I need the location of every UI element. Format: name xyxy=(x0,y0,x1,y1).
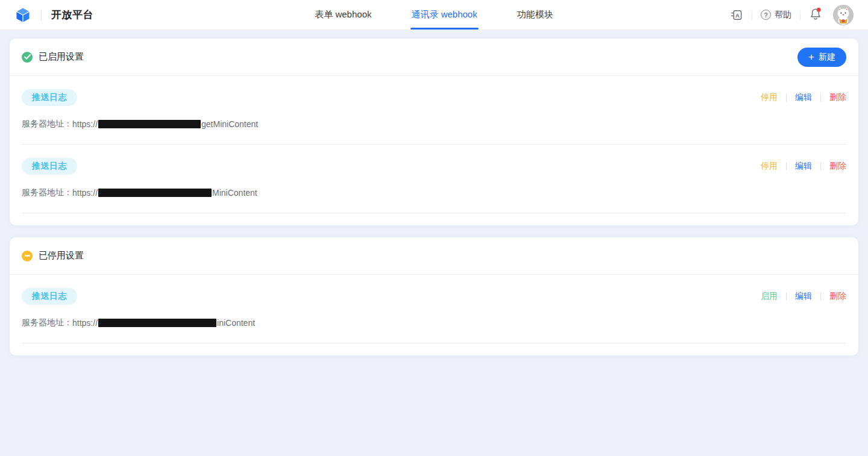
section-title-group: 已停用设置 xyxy=(22,250,84,261)
help-label: 帮助 xyxy=(775,10,791,20)
action-separator xyxy=(786,162,787,170)
action-separator xyxy=(820,292,821,301)
enabled-settings-header: 已启用设置 + 新建 xyxy=(10,39,858,76)
tab-function-modules[interactable]: 功能模块 xyxy=(516,0,555,30)
notification-bell-button[interactable] xyxy=(809,7,822,23)
item-divider xyxy=(22,343,846,343)
push-log-button[interactable]: 推送日志 xyxy=(22,288,77,305)
edit-link[interactable]: 编辑 xyxy=(795,92,812,103)
item-actions: 停用 编辑 删除 xyxy=(761,92,846,103)
page-title: 开放平台 xyxy=(51,8,93,22)
edit-link[interactable]: 编辑 xyxy=(795,291,812,302)
server-address-prefix: https:// xyxy=(72,119,98,129)
item-actions: 停用 编辑 删除 xyxy=(761,161,846,172)
redacted-url-segment xyxy=(98,189,212,197)
webhook-item: 推送日志 启用 编辑 删除 服务器地址： https:// iniContent xyxy=(10,275,858,343)
create-new-button[interactable]: + 新建 xyxy=(797,48,846,67)
header-right: A ? 帮助 xyxy=(730,5,854,25)
server-address-label: 服务器地址： xyxy=(22,119,72,130)
delete-link[interactable]: 删除 xyxy=(829,161,846,172)
server-address-label: 服务器地址： xyxy=(22,187,72,198)
disable-link[interactable]: 停用 xyxy=(761,92,778,103)
top-navigation-bar: 开放平台 表单 webhook 通讯录 webhook 功能模块 A ? 帮助 xyxy=(0,0,868,30)
question-mark-icon: ? xyxy=(761,10,771,20)
server-address-suffix: getMiniContent xyxy=(201,119,258,129)
header-left: 开放平台 xyxy=(14,7,93,23)
server-address-prefix: https:// xyxy=(72,188,98,198)
section-title: 已停用设置 xyxy=(39,250,84,261)
disable-link[interactable]: 停用 xyxy=(761,161,778,172)
cube-logo-icon xyxy=(14,7,31,23)
edit-link[interactable]: 编辑 xyxy=(795,161,812,172)
redacted-url-segment xyxy=(98,319,216,327)
server-address-suffix: MiniContent xyxy=(212,188,257,198)
help-button[interactable]: ? 帮助 xyxy=(761,10,791,20)
app-logo[interactable] xyxy=(14,7,31,23)
webhook-item-header: 推送日志 启用 编辑 删除 xyxy=(22,288,846,305)
server-address: 服务器地址： https:// MiniContent xyxy=(22,187,846,198)
bell-icon xyxy=(809,7,822,21)
minus-circle-icon xyxy=(22,251,33,261)
disabled-settings-card: 已停用设置 推送日志 启用 编辑 删除 服务器地址： https:// iniC… xyxy=(10,237,858,355)
unread-dot xyxy=(817,7,821,11)
user-avatar[interactable] xyxy=(833,5,854,25)
section-title-group: 已启用设置 xyxy=(22,51,84,63)
server-address-prefix: https:// xyxy=(72,318,98,328)
tab-form-webhook[interactable]: 表单 webhook xyxy=(313,0,373,30)
webhook-item: 推送日志 停用 编辑 删除 服务器地址： https:// getMiniCon… xyxy=(10,76,858,145)
action-separator xyxy=(820,162,821,170)
lucky-cat-avatar-image xyxy=(833,5,854,25)
server-address: 服务器地址： https:// iniContent xyxy=(22,317,846,328)
svg-text:A: A xyxy=(735,11,740,18)
server-address-label: 服务器地址： xyxy=(22,317,72,328)
webhook-item: 推送日志 停用 编辑 删除 服务器地址： https:// MiniConten… xyxy=(10,145,858,213)
content-area: 已启用设置 + 新建 推送日志 停用 编辑 删除 服务器地址： xyxy=(0,30,868,355)
action-separator xyxy=(786,93,787,102)
section-title: 已启用设置 xyxy=(39,51,84,63)
create-new-label: 新建 xyxy=(819,52,835,63)
push-log-button[interactable]: 推送日志 xyxy=(22,89,77,106)
push-log-button[interactable]: 推送日志 xyxy=(22,158,77,175)
plus-icon: + xyxy=(808,52,814,62)
delete-link[interactable]: 删除 xyxy=(829,291,846,302)
webhook-item-header: 推送日志 停用 编辑 删除 xyxy=(22,89,846,106)
server-address: 服务器地址： https:// getMiniContent xyxy=(22,119,846,130)
disabled-settings-header: 已停用设置 xyxy=(10,237,858,275)
check-circle-icon xyxy=(22,52,33,63)
action-separator xyxy=(786,292,787,301)
header-divider xyxy=(800,10,800,20)
header-divider xyxy=(752,10,752,20)
delete-link[interactable]: 删除 xyxy=(829,92,846,103)
item-actions: 启用 编辑 删除 xyxy=(761,291,846,302)
translate-language-icon[interactable]: A xyxy=(730,8,743,22)
enable-link[interactable]: 启用 xyxy=(761,291,778,302)
webhook-item-header: 推送日志 停用 编辑 删除 xyxy=(22,158,846,175)
header-divider xyxy=(41,10,42,20)
enabled-settings-card: 已启用设置 + 新建 推送日志 停用 编辑 删除 服务器地址： xyxy=(10,39,858,225)
action-separator xyxy=(820,93,821,102)
tab-contacts-webhook[interactable]: 通讯录 webhook xyxy=(410,0,479,30)
server-address-suffix: iniContent xyxy=(217,318,255,328)
redacted-url-segment xyxy=(98,120,201,128)
item-divider xyxy=(22,213,846,213)
